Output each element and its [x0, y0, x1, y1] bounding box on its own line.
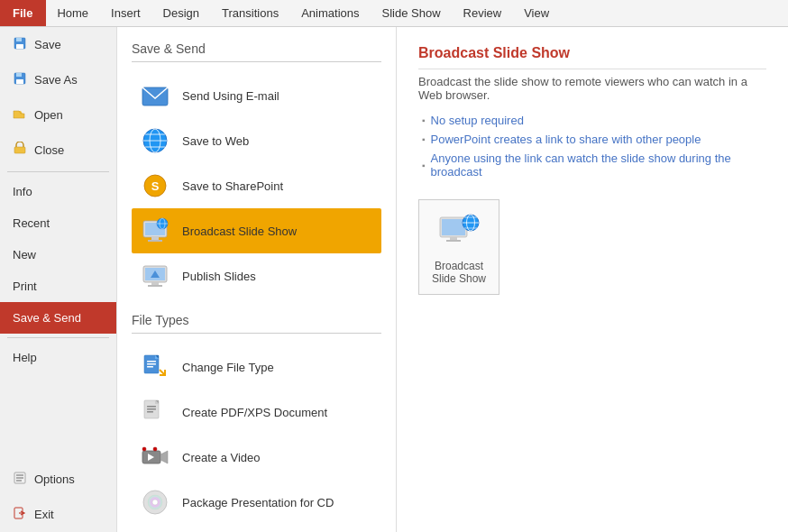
sidebar-item-open[interactable]: Open [0, 97, 116, 133]
web-icon [139, 124, 171, 157]
menu-item-packagecd[interactable]: Package Presentation for CD [132, 480, 381, 525]
svg-rect-2 [16, 44, 23, 49]
svg-rect-23 [151, 237, 159, 240]
options-icon [13, 471, 27, 488]
sidebar-item-help-label: Help [13, 351, 37, 364]
sidebar-item-save-label: Save [34, 38, 61, 51]
menu-item-video-label: Create a Video [182, 451, 261, 464]
right-panel: Broadcast Slide Show Broadcast the slide… [397, 27, 788, 532]
svg-rect-30 [151, 282, 159, 285]
exit-icon [13, 506, 27, 523]
ribbon: File Home Insert Design Transitions Anim… [0, 0, 788, 27]
cd-icon [139, 486, 171, 518]
sidebar: Save Save As Open Close Info [0, 27, 117, 532]
sidebar-item-recent[interactable]: Recent [0, 207, 116, 239]
svg-rect-1 [16, 38, 22, 41]
video-icon [139, 441, 171, 473]
svg-rect-38 [147, 366, 153, 368]
svg-rect-37 [147, 363, 156, 365]
panel-description: Broadcast the slide show to remote viewe… [418, 75, 766, 102]
sidebar-item-options-label: Options [34, 472, 75, 486]
sidebar-item-saveas[interactable]: Save As [0, 62, 116, 97]
menu-item-pdfxps[interactable]: Create PDF/XPS Document [132, 390, 381, 435]
svg-rect-42 [147, 406, 156, 408]
svg-rect-62 [446, 240, 461, 242]
tab-review[interactable]: Review [453, 0, 514, 26]
publish-icon [139, 260, 171, 292]
sidebar-item-info-label: Info [13, 185, 32, 198]
menu-item-publish[interactable]: Publish Slides [132, 253, 381, 298]
svg-rect-60 [442, 219, 465, 235]
sidebar-item-savesend-label: Save & Send [13, 311, 81, 325]
svg-rect-43 [147, 408, 156, 410]
menu-item-video[interactable]: Create a Video [132, 435, 381, 480]
menu-item-handouts[interactable]: Create Handouts [132, 525, 381, 532]
bullet-3: Anyone using the link can watch the slid… [422, 149, 766, 181]
bullet-1: No setup required [422, 111, 766, 130]
panel-title: Broadcast Slide Show [418, 45, 766, 69]
menu-item-changetype[interactable]: Change File Type [132, 344, 381, 390]
menu-item-email[interactable]: Send Using E-mail [132, 73, 381, 118]
sidebar-item-savesend[interactable]: Save & Send [0, 302, 116, 334]
broadcast-button[interactable]: Broadcast Slide Show [418, 199, 499, 295]
sidebar-item-close-label: Close [34, 143, 64, 157]
svg-rect-36 [147, 361, 156, 362]
pdfxps-icon [139, 396, 171, 428]
close-icon [13, 142, 27, 159]
sidebar-item-open-label: Open [34, 108, 63, 122]
middle-content: Save & Send Send Using E-mail [117, 27, 397, 532]
svg-point-52 [152, 500, 158, 505]
saveas-icon [13, 71, 27, 88]
sidebar-item-exit-label: Exit [34, 508, 54, 521]
tab-file[interactable]: File [0, 0, 46, 26]
sidebar-item-new[interactable]: New [0, 239, 116, 271]
bullet-2: PowerPoint creates a link to share with … [422, 130, 766, 149]
svg-point-49 [153, 447, 157, 451]
svg-rect-4 [16, 73, 22, 77]
tab-view[interactable]: View [513, 0, 561, 26]
open-icon [13, 106, 27, 124]
menu-item-savetoweb-label: Save to Web [182, 134, 249, 148]
tab-slideshow[interactable]: Slide Show [371, 0, 453, 26]
svg-rect-61 [450, 237, 457, 240]
tab-transitions[interactable]: Transitions [211, 0, 290, 26]
menu-item-savetoweb[interactable]: Save to Web [132, 118, 381, 163]
sidebar-item-saveas-label: Save As [34, 73, 78, 87]
sidebar-item-print[interactable]: Print [0, 271, 116, 302]
menu-item-changetype-label: Change File Type [182, 361, 274, 374]
broadcast-button-label: Broadcast Slide Show [432, 260, 486, 285]
menu-item-sharepoint[interactable]: S Save to SharePoint [132, 163, 381, 208]
menu-item-pdfxps-label: Create PDF/XPS Document [182, 406, 327, 419]
tab-home[interactable]: Home [46, 0, 100, 26]
sidebar-item-help[interactable]: Help [0, 342, 116, 373]
svg-point-48 [142, 447, 146, 451]
save-icon [13, 36, 27, 53]
email-icon [139, 79, 171, 112]
sidebar-item-save[interactable]: Save [0, 27, 116, 62]
tab-design[interactable]: Design [152, 0, 211, 26]
svg-rect-31 [148, 285, 162, 287]
main-container: Save Save As Open Close Info [0, 27, 788, 532]
sidebar-item-print-label: Print [13, 280, 37, 293]
svg-rect-24 [148, 240, 162, 242]
sidebar-item-info[interactable]: Info [0, 176, 116, 207]
sidebar-item-exit[interactable]: Exit [0, 497, 116, 532]
menu-item-sharepoint-label: Save to SharePoint [182, 179, 283, 193]
svg-text:S: S [151, 179, 160, 193]
svg-marker-46 [160, 451, 168, 463]
sidebar-item-recent-label: Recent [13, 216, 50, 230]
tab-insert[interactable]: Insert [100, 0, 152, 26]
sidebar-item-close[interactable]: Close [0, 133, 116, 168]
menu-item-email-label: Send Using E-mail [182, 89, 279, 103]
tab-animations[interactable]: Animations [290, 0, 371, 26]
broadcast-button-icon [437, 209, 481, 252]
section-savesend-title: Save & Send [132, 41, 381, 62]
broadcast-menu-icon [139, 215, 171, 247]
sidebar-item-options[interactable]: Options [0, 462, 116, 497]
svg-rect-6 [14, 147, 25, 153]
bullet-list: No setup required PowerPoint creates a l… [422, 111, 766, 181]
section-filetypes-title: File Types [132, 313, 381, 334]
sharepoint-icon: S [139, 170, 171, 202]
menu-item-packagecd-label: Package Presentation for CD [182, 496, 334, 509]
menu-item-broadcast[interactable]: Broadcast Slide Show [132, 208, 381, 253]
